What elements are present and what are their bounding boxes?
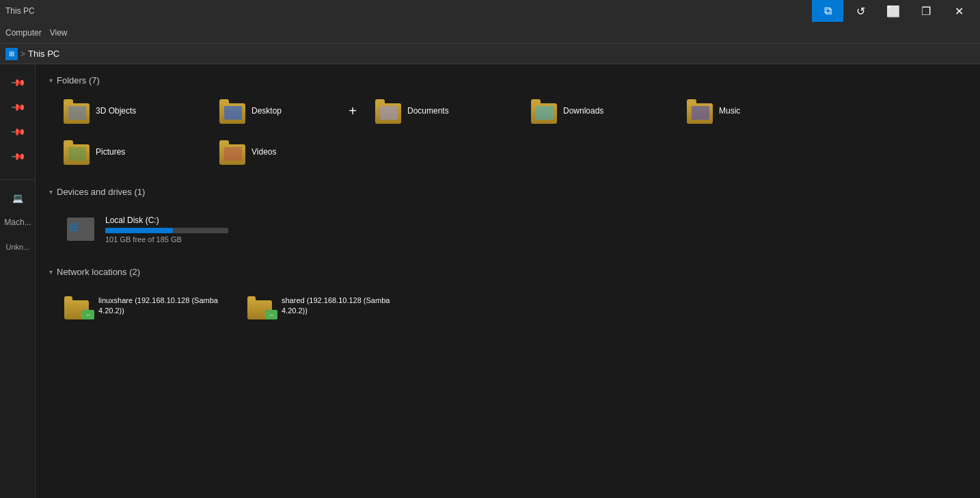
folders-section-header: ▾ Folders (7) [49, 75, 966, 86]
disk-space-label: 101 GB free of 185 GB [105, 235, 228, 244]
title-bar: This PC ⧉ ↺ ⬜ ❐ ✕ [0, 0, 980, 22]
net-shared[interactable]: shared (192.168.10.128 (Samba 4.20.2)) [241, 285, 418, 326]
network-section-title: Network locations (2) [57, 267, 140, 277]
disk-bar-fill [105, 228, 173, 233]
devices-grid: Local Disk (C:) 101 GB free of 185 GB [49, 205, 966, 253]
snap-button[interactable]: ⧉ [812, 0, 843, 22]
toolbar-view[interactable]: View [50, 28, 68, 38]
folder-downloads[interactable]: Downloads [525, 94, 675, 129]
folder-label-pictures: Pictures [96, 147, 125, 158]
devices-chevron[interactable]: ▾ [49, 188, 53, 196]
restore-button[interactable]: ❐ [910, 0, 942, 22]
plus-cursor-icon: + [349, 103, 357, 119]
main-content: ▾ Folders (7) 3D Objects [36, 64, 980, 498]
folder-documents[interactable]: Documents [369, 94, 519, 129]
sidebar-pin-1[interactable]: 📌 [0, 70, 36, 94]
expand-button[interactable]: ⬜ [877, 0, 909, 22]
sidebar-pin-4[interactable]: 📌 [0, 144, 36, 168]
folder-3d-objects[interactable]: 3D Objects [57, 94, 208, 129]
folder-pictures[interactable]: Pictures [57, 135, 208, 170]
toolbar-computer[interactable]: Computer [5, 28, 42, 38]
folder-icon-downloads [530, 98, 558, 125]
close-button[interactable]: ✕ [943, 0, 975, 22]
network-chevron[interactable]: ▾ [49, 268, 53, 276]
folder-icon-documents [375, 98, 402, 125]
folder-label-documents: Documents [407, 106, 449, 117]
window-controls: ⧉ ↺ ⬜ ❐ ✕ [812, 0, 975, 22]
folder-icon-videos [219, 139, 246, 166]
net-icon-linuxshare [64, 292, 92, 319]
sidebar-pin-3[interactable]: 📌 [0, 119, 36, 144]
devices-section-title: Devices and drives (1) [57, 187, 145, 197]
toolbar: Computer View [0, 22, 980, 44]
breadcrumb-bar: ⊞ > This PC [0, 44, 980, 64]
sidebar-pc-icon[interactable]: 💻 [0, 185, 36, 210]
folder-icon-music [686, 98, 713, 125]
net-badge-shared [265, 310, 277, 319]
folder-icon-3d-objects [63, 98, 90, 125]
folder-label-desktop: Desktop [251, 106, 282, 117]
devices-section: ▾ Devices and drives (1) Local Disk (C:)… [49, 187, 966, 253]
folder-label-downloads: Downloads [563, 106, 603, 117]
folder-icon-pictures [63, 139, 90, 166]
breadcrumb-current: This PC [28, 49, 59, 59]
rotate-button[interactable]: ↺ [845, 0, 876, 22]
sidebar-unknown2-icon[interactable]: Unkn... [0, 235, 36, 259]
home-icon[interactable]: ⊞ [5, 48, 18, 60]
network-grid: linuxshare (192.168.10.128 (Samba 4.20.2… [49, 285, 966, 326]
net-badge-linuxshare [82, 310, 94, 319]
folder-music[interactable]: Music [681, 94, 831, 129]
folders-chevron[interactable]: ▾ [49, 77, 53, 84]
net-linuxshare[interactable]: linuxshare (192.168.10.128 (Samba 4.20.2… [57, 285, 235, 326]
net-label-linuxshare: linuxshare (192.168.10.128 (Samba 4.20.2… [98, 296, 228, 317]
folder-label-music: Music [719, 106, 740, 117]
network-section-header: ▾ Network locations (2) [49, 267, 966, 277]
folder-label-videos: Videos [251, 147, 276, 158]
disk-bar-bg [105, 228, 228, 233]
devices-section-header: ▾ Devices and drives (1) [49, 187, 966, 197]
sidebar-unknown-icon[interactable]: Mach... [0, 210, 36, 235]
folder-label-3d-objects: 3D Objects [96, 106, 136, 117]
net-label-shared: shared (192.168.10.128 (Samba 4.20.2)) [282, 296, 411, 317]
disk-name: Local Disk (C:) [105, 215, 228, 225]
disk-icon-wrap [64, 213, 97, 246]
folders-grid: 3D Objects Desktop + Docum [49, 94, 966, 170]
network-section: ▾ Network locations (2) linuxshare (192.… [49, 267, 966, 326]
breadcrumb-separator: > [21, 49, 25, 59]
folder-videos[interactable]: Videos [213, 135, 364, 170]
folder-icon-desktop [219, 98, 246, 125]
disk-local-c[interactable]: Local Disk (C:) 101 GB free of 185 GB [57, 205, 235, 253]
folders-section-title: Folders (7) [57, 75, 100, 86]
disk-info: Local Disk (C:) 101 GB free of 185 GB [105, 215, 228, 244]
net-icon-shared [247, 292, 275, 319]
folder-desktop[interactable]: Desktop + [213, 94, 364, 129]
main-layout: 📌 📌 📌 📌 💻 Mach... Unkn... ▾ Folders (7) [0, 64, 980, 498]
window-title: This PC [5, 6, 35, 16]
sidebar: 📌 📌 📌 📌 💻 Mach... Unkn... [0, 64, 36, 498]
sidebar-pin-2[interactable]: 📌 [0, 94, 36, 119]
disk-icon [67, 218, 94, 241]
